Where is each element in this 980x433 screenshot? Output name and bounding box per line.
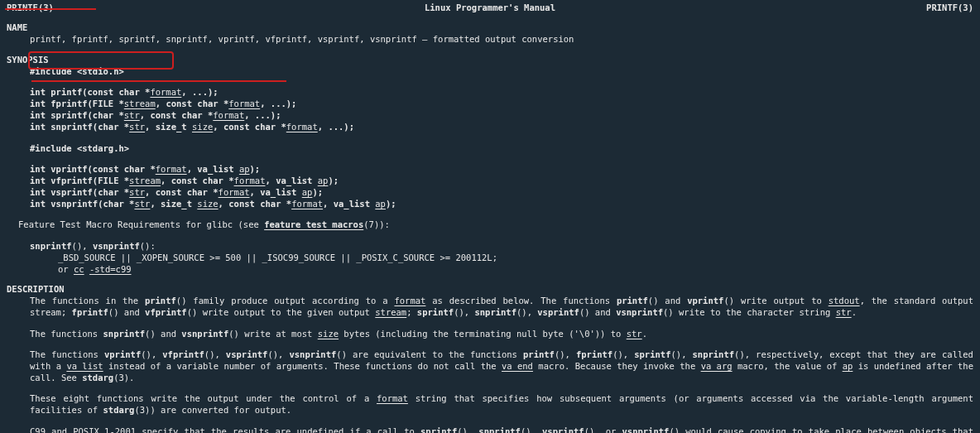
- decl-printf: int printf(const char *format, ...);: [7, 86, 973, 98]
- desc-p5: C99 and POSIX.1-2001 specify that the re…: [7, 426, 973, 433]
- desc-p3: The functions vprintf(), vfprintf(), vsp…: [7, 349, 973, 384]
- include-stdio: #include <stdio.h>: [7, 65, 973, 77]
- include-stdarg: #include <stdarg.h>: [7, 142, 973, 154]
- decl-vfprintf: int vfprintf(FILE *stream, const char *f…: [7, 175, 973, 186]
- annotation-underline-title: [5, 8, 96, 10]
- desc-p4: These eight functions write the output u…: [7, 392, 973, 416]
- section-synopsis-title: SYNOPSIS: [7, 54, 973, 65]
- decl-vsnprintf: int vsnprintf(char *str, size_t size, co…: [7, 198, 973, 209]
- ftm-funcs: snprintf(), vsnprintf():: [7, 240, 973, 252]
- annotation-underline-printf-decl: [31, 80, 286, 82]
- ftm-or: or cc -std=c99: [7, 263, 973, 275]
- desc-p1: The functions in the printf() family pro…: [7, 295, 973, 318]
- man-header: PRINTF(3) Linux Programmer's Manual PRIN…: [7, 2, 973, 13]
- decl-vsprintf: int vsprintf(char *str, const char *form…: [7, 186, 973, 198]
- desc-p2: The functions snprintf() and vsnprintf()…: [7, 328, 973, 339]
- decl-fprintf: int fprintf(FILE *stream, const char *fo…: [7, 98, 973, 109]
- name-line: printf, fprintf, sprintf, snprintf, vpri…: [7, 33, 973, 45]
- ftm-req: _BSD_SOURCE || _XOPEN_SOURCE >= 500 || _…: [7, 252, 973, 263]
- section-description-title: DESCRIPTION: [7, 283, 973, 295]
- decl-sprintf: int sprintf(char *str, const char *forma…: [7, 109, 973, 121]
- decl-vprintf: int vprintf(const char *format, va_list …: [7, 163, 973, 175]
- header-center: Linux Programmer's Manual: [54, 2, 926, 13]
- header-right: PRINTF(3): [926, 2, 973, 13]
- ftm-intro: Feature Test Macro Requirements for glib…: [7, 219, 973, 230]
- section-name-title: NAME: [7, 22, 973, 33]
- decl-snprintf: int snprintf(char *str, size_t size, con…: [7, 121, 973, 132]
